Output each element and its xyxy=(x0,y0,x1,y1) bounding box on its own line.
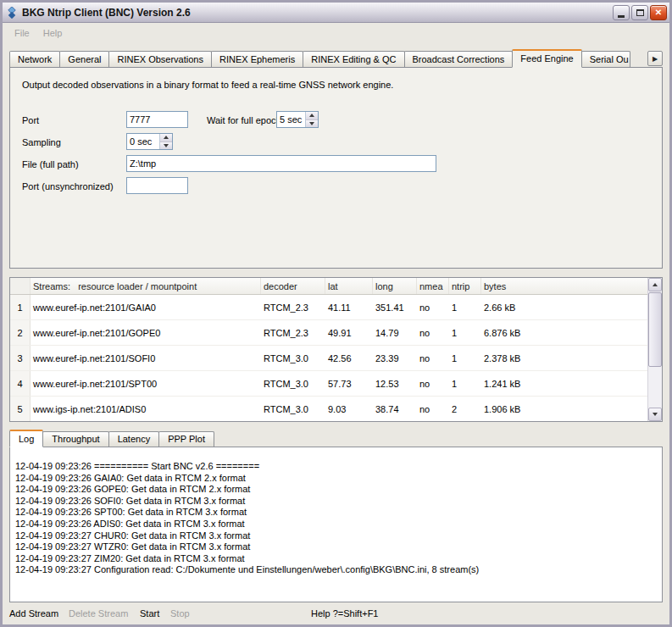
tab-rinex-observations[interactable]: RINEX Observations xyxy=(108,51,211,67)
menu-help[interactable]: Help xyxy=(36,25,69,41)
table-row[interactable]: 4 www.euref-ip.net:2101/SPT00 RTCM_3.0 5… xyxy=(10,371,662,397)
row-number[interactable]: 5 xyxy=(10,397,31,421)
cell-nmea[interactable]: no xyxy=(417,320,449,345)
wait-epoch-spinner[interactable]: 5 sec xyxy=(276,111,319,128)
cell-nmea[interactable]: no xyxy=(417,346,449,370)
log-line: 12-04-19 09:23:27 WTZR0: Get data in RTC… xyxy=(15,541,657,553)
cell-long[interactable]: 38.74 xyxy=(373,397,417,421)
arrow-up-icon xyxy=(164,136,169,139)
cell-nmea[interactable]: no xyxy=(417,371,449,396)
add-stream-button[interactable]: Add Stream xyxy=(9,608,58,619)
cell-bytes[interactable]: 1.241 kB xyxy=(481,371,662,396)
table-row[interactable]: 5 www.igs-ip.net:2101/ADIS0 RTCM_3.0 9.0… xyxy=(10,397,662,422)
cell-long[interactable]: 14.79 xyxy=(373,320,417,345)
menu-file[interactable]: File xyxy=(8,25,36,41)
tab-ppp-plot[interactable]: PPP Plot xyxy=(158,431,214,447)
tab-rinex-editing-qc[interactable]: RINEX Editing & QC xyxy=(303,51,404,67)
cell-decoder[interactable]: RTCM_3.0 xyxy=(261,371,325,396)
header-nmea[interactable]: nmea xyxy=(417,278,449,294)
wait-epoch-down-button[interactable] xyxy=(306,120,318,128)
cell-nmea[interactable]: no xyxy=(417,295,449,319)
port-unsync-label: Port (unsynchronized) xyxy=(22,181,114,191)
tab-throughput[interactable]: Throughput xyxy=(42,431,108,447)
scroll-up-button[interactable] xyxy=(648,278,662,291)
header-lat[interactable]: lat xyxy=(325,278,373,294)
header-mountpoint[interactable]: Streams: resource loader / mountpoint xyxy=(31,278,261,294)
log-line: 12-04-19 09:23:26 SOFI0: Get data in RTC… xyxy=(15,496,657,508)
cell-nmea[interactable]: no xyxy=(417,397,449,421)
tab-scroll-right-button[interactable]: ▶ xyxy=(647,51,663,66)
cell-ntrip[interactable]: 2 xyxy=(449,397,481,421)
tab-broadcast-corrections[interactable]: Broadcast Corrections xyxy=(404,51,514,67)
cell-lat[interactable]: 42.56 xyxy=(325,346,373,370)
stop-button[interactable]: Stop xyxy=(170,608,190,619)
maximize-button[interactable] xyxy=(631,5,648,20)
cell-decoder[interactable]: RTCM_2.3 xyxy=(261,295,325,319)
cell-mountpoint[interactable]: www.euref-ip.net:2101/GOPE0 xyxy=(31,320,261,345)
scroll-thumb[interactable] xyxy=(648,292,662,367)
cell-bytes[interactable]: 6.876 kB xyxy=(481,320,662,345)
arrow-up-icon xyxy=(653,283,658,286)
cell-ntrip[interactable]: 1 xyxy=(449,295,481,319)
header-decoder[interactable]: decoder xyxy=(261,278,325,294)
header-bytes[interactable]: bytes xyxy=(481,278,662,294)
file-path-input[interactable] xyxy=(126,155,436,172)
cell-lat[interactable]: 9.03 xyxy=(325,397,373,421)
minimize-button[interactable] xyxy=(613,5,630,20)
table-row[interactable]: 3 www.euref-ip.net:2101/SOFI0 RTCM_3.0 4… xyxy=(10,346,662,371)
port-input[interactable] xyxy=(126,111,188,128)
cell-mountpoint[interactable]: www.igs-ip.net:2101/ADIS0 xyxy=(31,397,261,421)
sampling-spinner[interactable]: 0 sec xyxy=(126,133,173,150)
wait-epoch-up-button[interactable] xyxy=(306,112,318,120)
header-ntrip[interactable]: ntrip xyxy=(449,278,481,294)
sampling-value: 0 sec xyxy=(127,134,159,149)
row-number[interactable]: 4 xyxy=(10,371,31,396)
cell-lat[interactable]: 57.73 xyxy=(325,371,373,396)
tab-rinex-ephemeris[interactable]: RINEX Ephemeris xyxy=(211,51,303,67)
port-unsync-input[interactable] xyxy=(126,177,188,194)
scroll-down-button[interactable] xyxy=(648,408,662,421)
cell-bytes[interactable]: 2.378 kB xyxy=(481,346,662,370)
tab-serial-output[interactable]: Serial Ou xyxy=(581,51,630,67)
cell-long[interactable]: 351.41 xyxy=(373,295,417,319)
tab-latency[interactable]: Latency xyxy=(108,431,160,447)
cell-bytes[interactable]: 2.66 kB xyxy=(481,295,662,319)
start-button[interactable]: Start xyxy=(140,608,159,619)
cell-lat[interactable]: 41.11 xyxy=(325,295,373,319)
cell-mountpoint[interactable]: www.euref-ip.net:2101/SPT00 xyxy=(31,371,261,396)
row-number[interactable]: 1 xyxy=(10,295,31,319)
table-scrollbar[interactable] xyxy=(647,278,662,421)
cell-mountpoint[interactable]: www.euref-ip.net:2101/GAIA0 xyxy=(31,295,261,319)
table-row[interactable]: 1 www.euref-ip.net:2101/GAIA0 RTCM_2.3 4… xyxy=(10,295,662,320)
cell-decoder[interactable]: RTCM_2.3 xyxy=(261,320,325,345)
minimize-icon xyxy=(618,15,625,18)
cell-ntrip[interactable]: 1 xyxy=(449,371,481,396)
arrow-down-icon xyxy=(653,413,658,416)
delete-stream-button[interactable]: Delete Stream xyxy=(69,608,128,619)
feed-engine-description: Output decoded observations in a binary … xyxy=(22,80,393,90)
sampling-down-button[interactable] xyxy=(160,142,172,150)
tab-network[interactable]: Network xyxy=(9,51,60,67)
cell-ntrip[interactable]: 1 xyxy=(449,346,481,370)
row-number[interactable]: 2 xyxy=(10,320,31,345)
cell-ntrip[interactable]: 1 xyxy=(449,320,481,345)
cell-long[interactable]: 12.53 xyxy=(373,371,417,396)
log-line: 12-04-19 09:23:26 ========== Start BNC v… xyxy=(15,461,657,473)
tab-feed-engine[interactable]: Feed Engine xyxy=(512,49,581,68)
tab-log[interactable]: Log xyxy=(9,430,43,447)
close-button[interactable]: ✕ xyxy=(650,5,667,20)
titlebar[interactable]: BKG Ntrip Client (BNC) Version 2.6 ✕ xyxy=(3,3,669,23)
sampling-up-button[interactable] xyxy=(160,134,172,142)
cell-lat[interactable]: 49.91 xyxy=(325,320,373,345)
app-icon xyxy=(5,6,19,19)
cell-mountpoint[interactable]: www.euref-ip.net:2101/SOFI0 xyxy=(31,346,261,370)
cell-decoder[interactable]: RTCM_3.0 xyxy=(261,397,325,421)
header-long[interactable]: long xyxy=(373,278,417,294)
cell-long[interactable]: 23.39 xyxy=(373,346,417,370)
table-row[interactable]: 2 www.euref-ip.net:2101/GOPE0 RTCM_2.3 4… xyxy=(10,320,662,346)
row-number[interactable]: 3 xyxy=(10,346,31,370)
cell-decoder[interactable]: RTCM_3.0 xyxy=(261,346,325,370)
chevron-right-icon: ▶ xyxy=(653,55,658,63)
cell-bytes[interactable]: 1.906 kB xyxy=(481,397,662,421)
tab-general[interactable]: General xyxy=(59,51,109,67)
